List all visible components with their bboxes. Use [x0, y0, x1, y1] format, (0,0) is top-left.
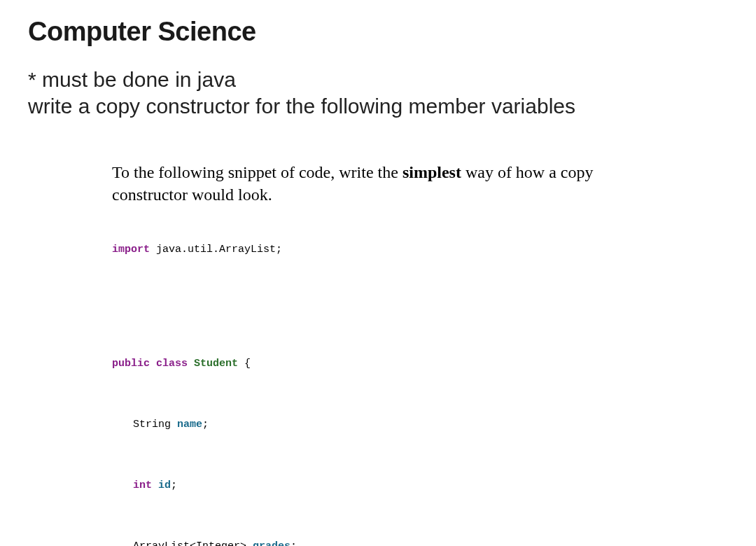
var-name: name [177, 419, 202, 430]
instruction-bold: simplest [402, 163, 461, 181]
code-line-import: import java.util.ArrayList; [112, 242, 658, 258]
keyword-import: import [112, 244, 150, 255]
var-grades: grades [253, 540, 290, 546]
keyword-class: class [156, 358, 188, 370]
type-arraylist: ArrayList<Integer> [133, 540, 253, 546]
page-title: Computer Science [28, 17, 728, 47]
prompt-text: * must be done in java write a copy cons… [28, 66, 728, 119]
prompt-line-1: * must be done in java [28, 68, 236, 91]
var-id: id [158, 479, 171, 491]
code-line-field-id: int id; [112, 478, 658, 493]
code-line-field-grades: ArrayList<Integer> grades; [112, 539, 658, 546]
open-brace: { [238, 358, 251, 370]
keyword-int: int [133, 479, 152, 491]
type-string: String [133, 419, 177, 430]
code-line-class-decl: public class Student { [112, 356, 658, 372]
code-line-field-name: String name; [112, 417, 658, 433]
code-snippet: import java.util.ArrayList; public class… [112, 212, 658, 546]
import-path: java.util.ArrayList; [150, 244, 282, 255]
prompt-line-2: write a copy constructor for the followi… [28, 94, 575, 118]
class-name: Student [194, 358, 238, 370]
keyword-public: public [112, 358, 150, 370]
instruction-prefix: To the following snippet of code, write … [112, 163, 402, 181]
instruction-text: To the following snippet of code, write … [112, 161, 658, 206]
question-block: To the following snippet of code, write … [112, 161, 658, 546]
